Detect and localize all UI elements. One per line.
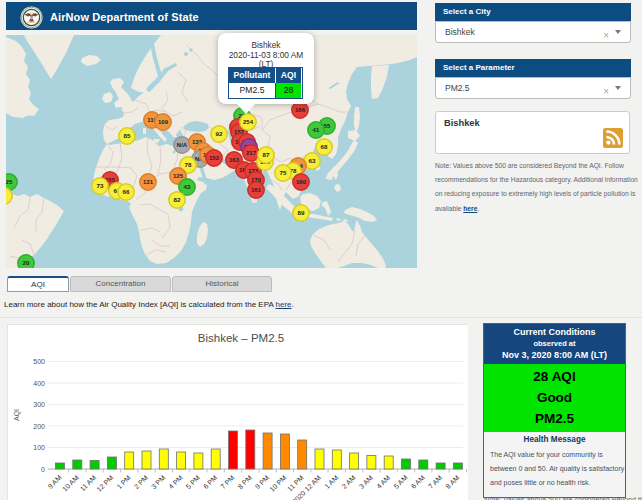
svg-text:166: 166 [295, 107, 306, 113]
svg-text:63: 63 [309, 157, 316, 164]
svg-text:68: 68 [321, 143, 328, 150]
svg-text:25: 25 [6, 178, 13, 185]
svg-text:0: 0 [41, 466, 45, 473]
svg-text:89: 89 [298, 209, 305, 216]
svg-text:41: 41 [313, 126, 320, 133]
svg-text:500: 500 [33, 358, 45, 365]
svg-text:87: 87 [263, 151, 270, 158]
svg-text:254: 254 [243, 119, 254, 125]
svg-text:92: 92 [216, 130, 223, 137]
svg-text:163: 163 [229, 157, 240, 163]
svg-text:161: 161 [251, 187, 262, 193]
svg-text:78: 78 [185, 161, 192, 168]
svg-text:109: 109 [158, 119, 169, 125]
svg-text:400: 400 [33, 380, 45, 387]
svg-text:85: 85 [124, 132, 131, 139]
svg-text:125: 125 [173, 173, 184, 179]
svg-text:100: 100 [33, 444, 45, 451]
svg-text:82: 82 [174, 196, 181, 203]
svg-text:131: 131 [143, 179, 154, 185]
svg-text:217: 217 [246, 150, 257, 156]
svg-text:200: 200 [33, 423, 45, 430]
svg-text:N/A: N/A [177, 142, 188, 148]
svg-text:Bishkek – PM2.5: Bishkek – PM2.5 [198, 332, 284, 344]
svg-text:160: 160 [296, 179, 307, 185]
svg-text:AQI: AQI [13, 409, 21, 421]
svg-text:152: 152 [209, 155, 220, 161]
svg-text:300: 300 [33, 401, 45, 408]
svg-text:43: 43 [184, 183, 191, 190]
svg-text:66: 66 [123, 188, 130, 195]
svg-text:75: 75 [280, 169, 287, 176]
svg-text:20: 20 [23, 259, 30, 266]
svg-text:73: 73 [97, 182, 104, 189]
